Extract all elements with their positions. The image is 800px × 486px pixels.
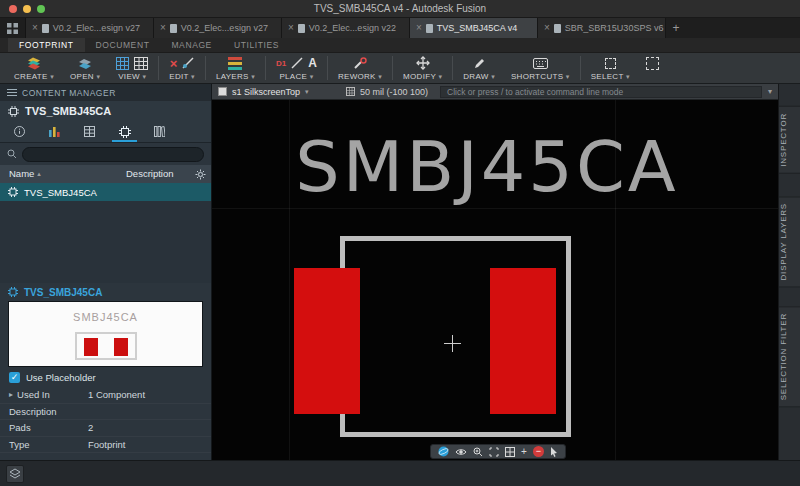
data-panel-toggle-button[interactable] [0,18,26,38]
document-tab-active[interactable]: × TVS_SMBJ45CA v4 [410,18,538,38]
tab-document[interactable]: DOCUMENT [85,38,161,52]
tab-table[interactable] [72,121,107,142]
titlebar: TVS_SMBJ45CA v4 - Autodesk Fusion [0,0,800,18]
tab-selection-filter[interactable]: SELECTION FILTER [779,306,800,407]
tab-label: V0.2_Elec...esign v27 [181,23,268,33]
close-tab-icon[interactable]: × [416,23,422,33]
tab-attributes[interactable] [37,121,72,142]
document-tab-1[interactable]: × V0.2_Elec...esign v27 [26,18,154,38]
table-body-empty[interactable] [0,201,211,283]
shortcuts-group[interactable]: SHORTCUTS ▾ [503,53,578,83]
draw-group[interactable]: DRAW ▾ [455,53,503,83]
grid-size-indicator[interactable]: 50 mil (-100 100) [346,87,428,97]
place-group[interactable]: D1 A PLACE ▾ [268,53,325,83]
zoom-in-icon[interactable]: + [521,447,527,457]
zoom-icon[interactable] [473,447,483,457]
modify-group[interactable]: MODIFY ▾ [395,53,450,83]
chevron-down-icon: ▾ [50,73,54,80]
edit-group[interactable]: × EDIT ▾ [161,53,203,83]
footprint-row-selected[interactable]: TVS_SMBJ45CA [0,183,211,201]
select-group[interactable]: SELECT ▾ [583,53,638,83]
delete-icon[interactable]: × [170,57,178,70]
device-row[interactable]: TVS_SMBJ45CA [0,101,211,121]
toolbar-separator [392,56,393,80]
open-group[interactable]: OPEN ▾ [62,53,108,83]
change-icon[interactable] [182,57,194,69]
rework-group[interactable]: REWORK ▾ [330,53,390,83]
tab-display-layers[interactable]: DISPLAY LAYERS [779,196,800,287]
document-tab-3[interactable]: × V0.2_Elec...esign v22 [282,18,410,38]
draw-label: DRAW [463,72,488,81]
close-window-button[interactable] [9,5,17,13]
chevron-down-icon[interactable]: ▾ [768,87,772,96]
chevron-down-icon: ▾ [378,73,382,80]
disclosure-icon[interactable]: ▸ [9,387,13,404]
layer-dropdown[interactable]: s1 SilkscreenTop ▾ [218,87,336,97]
grid-size-label: 50 mil (-100 100) [360,87,428,97]
table-settings-button[interactable] [195,168,206,186]
marquee-tool[interactable] [638,53,667,83]
chevron-down-icon: ▾ [491,73,495,80]
minimize-window-button[interactable] [23,5,31,13]
view-group[interactable]: VIEW ▾ [108,53,156,83]
prop-label: Description [9,404,57,421]
preview-silkscreen-text: SMBJ45CA [9,311,202,323]
tab-label: TVS_SMBJ45CA v4 [437,23,518,33]
rework-label: REWORK [338,72,376,81]
new-tab-button[interactable]: + [666,18,686,38]
pad-2[interactable] [490,268,556,414]
command-line-input[interactable]: Click or press / to activate command lin… [440,86,762,98]
layers-label: LAYERS [216,72,249,81]
search-input[interactable] [22,147,204,162]
name-tool-icon[interactable]: D1 [276,59,286,68]
use-placeholder-checkbox[interactable]: ✓ [9,372,20,383]
document-icon [170,24,177,33]
orbit-icon[interactable] [438,446,449,457]
toolbar-separator [158,56,159,80]
silkscreen-text-object[interactable]: SMBJ45CA [244,132,730,202]
text-tool-icon[interactable]: A [308,57,317,69]
tab-inspector[interactable]: INSPECTOR [779,106,800,174]
line-tool-icon[interactable] [291,57,303,69]
document-icon [298,24,305,33]
column-header-description[interactable]: Description [126,165,174,183]
library-icon [154,126,165,137]
pencil-icon [473,57,486,70]
footprint-chip-icon [8,187,18,197]
tab-info[interactable] [2,121,37,142]
close-tab-icon[interactable]: × [32,23,38,33]
document-tab-5[interactable]: × SBR_SBR15U30SPS v6 [538,18,666,38]
close-tab-icon[interactable]: × [160,23,166,33]
close-tab-icon[interactable]: × [288,23,294,33]
table-icon [84,126,95,137]
create-group[interactable]: CREATE ▾ [6,53,62,83]
prop-label: Pads [9,420,31,437]
tab-library[interactable] [142,121,177,142]
chevron-down-icon: ▾ [626,73,630,80]
select-label: SELECT [591,72,624,81]
tab-utilities[interactable]: UTILITIES [223,38,290,52]
close-tab-icon[interactable]: × [544,23,550,33]
tab-footprint[interactable]: FOOTPRINT [8,38,85,52]
cursor-icon[interactable] [550,447,558,457]
grid-settings-icon[interactable] [134,57,148,70]
column-header-name[interactable]: Name ▴ [9,165,41,183]
preview-pad-1 [84,338,98,356]
zoom-out-icon[interactable]: − [533,446,544,457]
footprint-canvas[interactable]: SMBJ45CA + − [212,100,778,460]
create-icon [26,56,42,70]
pad-1[interactable] [294,268,360,414]
document-tab-2[interactable]: × V0.2_Elec...esign v27 [154,18,282,38]
tab-footprints[interactable] [107,121,142,142]
tab-label: V0.2_Elec...esign v22 [309,23,396,33]
zoom-fit-icon[interactable] [489,447,499,457]
browser-toggle-button[interactable] [6,465,24,483]
prop-row-used-in[interactable]: ▸Used In 1 Component [0,387,211,404]
preview-pad-2 [114,338,128,356]
toolbar-separator [205,56,206,80]
eye-icon[interactable] [455,448,467,456]
layers-group[interactable]: LAYERS ▾ [208,53,263,83]
fullscreen-window-button[interactable] [37,5,45,13]
tab-manage[interactable]: MANAGE [160,38,222,52]
grid-toggle-icon[interactable] [505,447,515,457]
